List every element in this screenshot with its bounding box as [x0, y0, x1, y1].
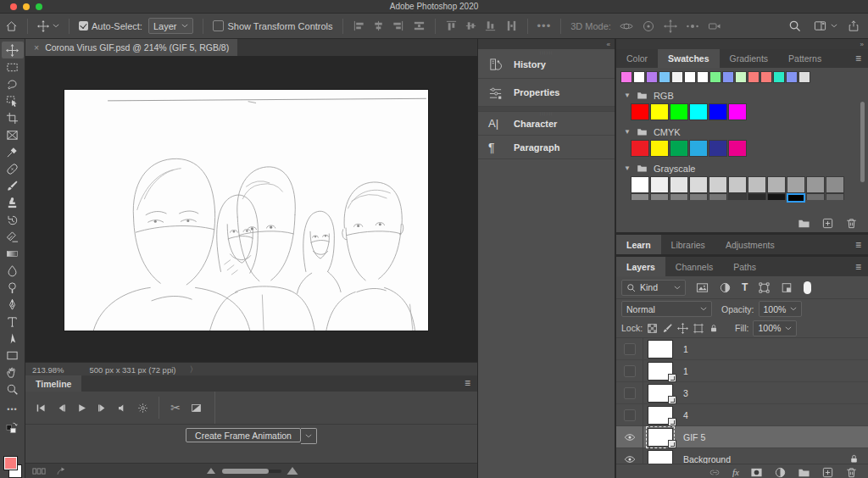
convert-to-frame-animation-icon[interactable] [32, 467, 46, 475]
layer-visibility-toggle[interactable] [616, 360, 643, 381]
layer-row[interactable]: Background [616, 448, 868, 464]
color-swatch[interactable] [646, 71, 658, 83]
share-icon[interactable] [848, 19, 860, 32]
layer-thumbnail[interactable] [648, 340, 675, 358]
history-panel-button[interactable]: :::::: History [478, 51, 615, 79]
next-frame-button[interactable] [92, 398, 112, 417]
color-swatch[interactable] [728, 193, 747, 200]
tab-paths[interactable]: Paths [723, 257, 766, 276]
color-swatch[interactable] [728, 103, 747, 120]
paragraph-panel-button[interactable]: ¶ Paragraph [478, 136, 615, 159]
foreground-color-swatch[interactable] [3, 456, 18, 470]
color-swatch[interactable] [689, 176, 708, 193]
align-horizontal-centers-icon[interactable] [372, 19, 385, 32]
align-top-edges-icon[interactable] [445, 19, 458, 32]
color-swatch[interactable] [650, 193, 669, 200]
properties-panel-button[interactable]: Properties [478, 79, 615, 107]
color-swatch[interactable] [709, 103, 727, 120]
tool-crop[interactable] [2, 109, 24, 126]
color-swatch[interactable] [670, 103, 688, 120]
layer-row[interactable]: 1 [616, 360, 868, 382]
render-video-icon[interactable] [56, 466, 67, 476]
tool-history-brush[interactable] [2, 211, 24, 228]
link-layers-icon[interactable] [709, 466, 721, 478]
tool-brush[interactable] [2, 177, 24, 194]
tab-libraries[interactable]: Libraries [661, 235, 715, 254]
tool-gradient[interactable] [2, 245, 24, 262]
color-swatch[interactable] [767, 193, 786, 200]
color-swatch[interactable] [787, 176, 805, 193]
align-right-edges-icon[interactable] [392, 19, 404, 32]
color-swatch[interactable] [748, 176, 766, 193]
color-swatch[interactable] [773, 71, 785, 83]
color-swatch[interactable] [806, 176, 825, 193]
new-adjustment-layer-icon[interactable] [774, 466, 787, 478]
color-swatch[interactable] [670, 193, 688, 200]
3d-roll-icon[interactable] [642, 19, 655, 33]
color-swatch[interactable] [631, 193, 649, 200]
tool-lasso[interactable] [2, 75, 24, 92]
timeline-settings-icon[interactable] [132, 398, 153, 417]
timeline-tab[interactable]: Timeline [25, 375, 81, 392]
layer-thumbnail[interactable] [648, 450, 675, 464]
fill-value-dropdown[interactable]: 100% [753, 320, 797, 336]
color-swatch[interactable] [826, 176, 844, 193]
zoom-window-button[interactable] [36, 3, 42, 10]
tab-patterns[interactable]: Patterns [778, 49, 832, 68]
filter-type-layers-icon[interactable]: T [742, 281, 748, 293]
color-swatch[interactable] [767, 176, 786, 193]
foreground-background-swatch[interactable] [3, 456, 22, 478]
tool-eraser[interactable] [2, 228, 24, 245]
tab-layers[interactable]: Layers [616, 257, 665, 276]
timeline-menu-icon[interactable]: ≡ [465, 377, 470, 389]
layer-row[interactable]: 3 [616, 382, 868, 404]
tool-rectangular-marquee[interactable] [2, 58, 24, 75]
mute-audio-button[interactable] [112, 398, 132, 417]
color-swatch[interactable] [689, 193, 708, 200]
zoom-in-timeline-icon[interactable] [287, 467, 298, 475]
tab-color[interactable]: Color [616, 49, 658, 68]
color-swatch[interactable] [620, 71, 632, 83]
layer-visibility-toggle[interactable] [616, 338, 643, 359]
tool-type[interactable] [2, 313, 24, 330]
color-swatch[interactable] [689, 103, 708, 120]
color-swatch[interactable] [689, 140, 708, 157]
color-swatch[interactable] [787, 193, 805, 203]
swatch-group-grayscale[interactable]: ▼ Grayscale [616, 160, 868, 176]
color-swatch[interactable] [650, 176, 669, 193]
edit-toolbar-button[interactable]: ••• [2, 401, 24, 418]
3d-orbit-icon[interactable] [620, 19, 633, 33]
character-panel-button[interactable]: :::::: A| Character [478, 112, 615, 136]
tool-pen[interactable] [2, 296, 24, 313]
new-swatch-icon[interactable] [821, 217, 834, 230]
distribute-vertical-icon[interactable] [505, 19, 518, 32]
color-swatch[interactable] [728, 176, 747, 193]
color-swatch[interactable] [633, 71, 645, 83]
zoom-level[interactable]: 213.98% [32, 365, 64, 375]
3d-slide-icon[interactable] [686, 19, 699, 33]
minimize-window-button[interactable] [23, 3, 30, 10]
color-swatch[interactable] [631, 103, 649, 120]
first-frame-button[interactable] [31, 398, 51, 417]
color-swatch[interactable] [631, 140, 649, 157]
add-layer-mask-icon[interactable] [750, 466, 763, 478]
play-button[interactable] [71, 398, 92, 417]
swap-colors-icon[interactable] [2, 418, 24, 435]
chevron-down-icon[interactable] [53, 24, 59, 28]
layer-row[interactable]: 4 [616, 404, 868, 426]
tool-rectangle[interactable] [2, 347, 24, 364]
close-tab-icon[interactable]: × [34, 42, 39, 53]
panel-menu-icon[interactable]: ≡ [855, 261, 861, 273]
3d-camera-icon[interactable] [708, 19, 721, 33]
color-swatch[interactable] [748, 193, 766, 200]
color-swatch[interactable] [728, 140, 747, 157]
layer-thumbnail[interactable] [648, 362, 675, 381]
workspace-switcher-icon[interactable] [813, 19, 827, 32]
layer-name[interactable]: Background [683, 454, 849, 464]
align-vertical-centers-icon[interactable] [465, 19, 477, 32]
home-icon[interactable] [5, 19, 18, 32]
align-left-edges-icon[interactable] [353, 19, 365, 32]
collapse-dock-icon[interactable]: « [607, 41, 609, 48]
collapse-dock-icon[interactable]: » [860, 41, 863, 48]
previous-frame-button[interactable] [51, 398, 71, 417]
